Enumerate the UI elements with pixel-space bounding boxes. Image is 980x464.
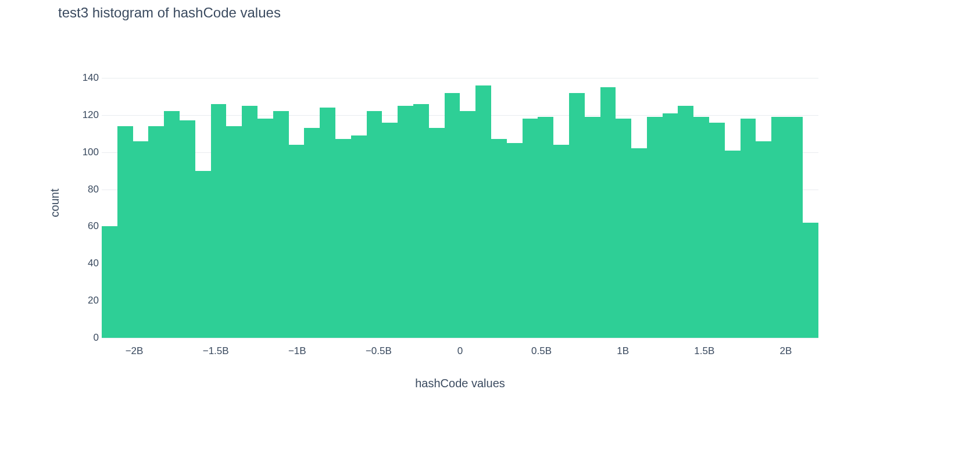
histogram-bar bbox=[398, 106, 413, 338]
histogram-bar bbox=[445, 93, 460, 338]
grid-line bbox=[102, 338, 818, 338]
histogram-bar bbox=[725, 151, 741, 338]
x-tick-label: −1B bbox=[288, 345, 306, 357]
histogram-bar bbox=[273, 111, 289, 338]
histogram-bar bbox=[226, 126, 242, 338]
plot-area bbox=[102, 69, 818, 338]
chart-title: test3 histogram of hashCode values bbox=[58, 5, 281, 21]
x-axis: −2B−1.5B−1B−0.5B00.5B1B1.5B2B bbox=[102, 342, 818, 359]
x-tick-label: 0.5B bbox=[531, 345, 552, 357]
histogram-bar bbox=[771, 117, 787, 338]
histogram-bar bbox=[335, 139, 351, 338]
y-tick-label: 100 bbox=[76, 147, 99, 158]
histogram-bar bbox=[180, 120, 195, 338]
histogram-bar bbox=[569, 93, 585, 338]
histogram-bar bbox=[117, 126, 133, 338]
histogram-bar bbox=[741, 119, 756, 338]
histogram-bar bbox=[507, 143, 523, 338]
x-tick-label: 1.5B bbox=[694, 345, 714, 357]
histogram-bar bbox=[289, 145, 305, 338]
histogram-bar bbox=[585, 117, 600, 338]
x-axis-label: hashCode values bbox=[102, 377, 818, 390]
histogram-bar bbox=[460, 111, 475, 338]
histogram-bar bbox=[413, 104, 429, 338]
x-tick-label: 1B bbox=[617, 345, 629, 357]
histogram-bar bbox=[351, 135, 367, 338]
y-tick-label: 60 bbox=[76, 220, 99, 232]
histogram-bar bbox=[678, 106, 693, 338]
histogram-bar bbox=[553, 145, 569, 338]
y-axis: 020406080100120140 bbox=[76, 69, 99, 338]
histogram-bar bbox=[693, 117, 709, 338]
histogram-bar bbox=[631, 148, 647, 338]
x-tick-label: −2B bbox=[126, 345, 144, 357]
histogram-bar bbox=[133, 141, 149, 338]
histogram-bars bbox=[102, 69, 818, 338]
histogram-bar bbox=[756, 141, 771, 338]
histogram-bar bbox=[211, 104, 227, 338]
histogram-bar bbox=[242, 106, 257, 338]
histogram-bar bbox=[429, 128, 445, 338]
y-tick-label: 0 bbox=[76, 332, 99, 344]
histogram-bar bbox=[367, 111, 382, 338]
x-tick-label: −1.5B bbox=[203, 345, 229, 357]
histogram-bar bbox=[523, 119, 538, 338]
histogram-bar bbox=[257, 119, 273, 338]
histogram-bar bbox=[600, 87, 616, 338]
y-tick-label: 40 bbox=[76, 258, 99, 269]
histogram-bar bbox=[148, 126, 164, 338]
histogram-bar bbox=[475, 85, 491, 338]
histogram-bar bbox=[803, 223, 818, 338]
histogram-bar bbox=[195, 171, 211, 338]
x-tick-label: −0.5B bbox=[366, 345, 392, 357]
y-axis-label: count bbox=[48, 189, 62, 217]
histogram-bar bbox=[616, 119, 631, 338]
x-tick-label: 2B bbox=[780, 345, 792, 357]
x-tick-label: 0 bbox=[457, 345, 463, 357]
histogram-bar bbox=[538, 117, 553, 338]
histogram-bar bbox=[164, 111, 180, 338]
y-tick-label: 120 bbox=[76, 109, 99, 121]
y-tick-label: 140 bbox=[76, 72, 99, 84]
histogram-bar bbox=[320, 108, 335, 338]
histogram-bar bbox=[491, 139, 507, 338]
y-tick-label: 80 bbox=[76, 184, 99, 195]
histogram-bar bbox=[787, 117, 803, 338]
histogram-bar bbox=[647, 117, 663, 338]
histogram-bar bbox=[382, 123, 398, 338]
histogram-bar bbox=[709, 123, 725, 338]
histogram-bar bbox=[102, 226, 117, 338]
y-tick-label: 20 bbox=[76, 295, 99, 306]
histogram-bar bbox=[663, 113, 678, 338]
histogram-bar bbox=[304, 128, 320, 338]
